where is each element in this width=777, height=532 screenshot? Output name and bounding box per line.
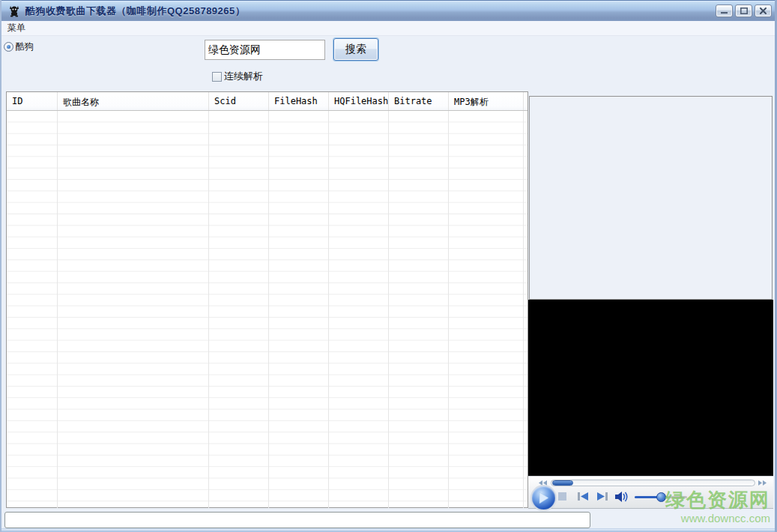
minimize-button[interactable] xyxy=(716,4,733,17)
column-header-bitrate[interactable]: Bitrate xyxy=(389,92,449,110)
volume-slider[interactable] xyxy=(635,496,687,498)
column-header-songname[interactable]: 歌曲名称 xyxy=(58,92,209,110)
maximize-icon xyxy=(740,7,748,14)
column-header-filehash[interactable]: FileHash xyxy=(269,92,329,110)
close-icon xyxy=(760,7,767,14)
continuous-parse-checkbox[interactable]: 连续解析 xyxy=(212,70,263,83)
column-header-id[interactable]: ID xyxy=(7,92,58,110)
media-controls-bar xyxy=(528,476,773,509)
fast-forward-icon[interactable] xyxy=(758,480,767,486)
next-button[interactable] xyxy=(597,492,608,501)
checkbox-unchecked-icon xyxy=(212,72,222,82)
close-button[interactable] xyxy=(755,4,772,17)
column-header-hqfilehash[interactable]: HQFileHash xyxy=(329,92,389,110)
stop-button[interactable] xyxy=(558,492,566,501)
play-icon xyxy=(539,492,548,504)
search-input[interactable] xyxy=(205,40,325,60)
media-region xyxy=(528,96,773,509)
volume-thumb[interactable] xyxy=(656,492,666,502)
search-button[interactable]: 搜索 xyxy=(333,38,378,61)
content-area: 酷狗 搜索 连续解析 ID 歌曲名称 Scid FileHash HQFileH… xyxy=(1,36,775,528)
source-radio-kugou[interactable]: 酷狗 xyxy=(4,40,34,53)
radio-selected-icon xyxy=(4,42,13,52)
seek-handle[interactable] xyxy=(552,480,573,486)
transport-buttons xyxy=(528,486,773,510)
window-title: 酷狗收费歌曲下载器（咖啡制作QQ258789265） xyxy=(25,4,245,18)
menubar: 菜单 xyxy=(1,21,775,36)
volume-icon[interactable] xyxy=(615,491,630,503)
seek-bar[interactable] xyxy=(551,480,755,486)
app-window: 酷狗收费歌曲下载器（咖啡制作QQ258789265） 菜单 酷狗 搜索 xyxy=(0,0,777,532)
table-body[interactable] xyxy=(7,111,527,508)
radio-label: 酷狗 xyxy=(16,40,34,53)
column-header-scid[interactable]: Scid xyxy=(209,92,269,110)
column-dividers xyxy=(7,111,527,508)
table-header-row: ID 歌曲名称 Scid FileHash HQFileHash Bitrate… xyxy=(7,92,527,111)
menu-item-menu[interactable]: 菜单 xyxy=(1,20,31,36)
status-input[interactable] xyxy=(4,512,590,528)
window-controls xyxy=(716,4,772,17)
checkbox-label: 连续解析 xyxy=(224,70,263,83)
maximize-button[interactable] xyxy=(735,4,752,17)
previous-button[interactable] xyxy=(578,492,588,501)
play-button[interactable] xyxy=(532,486,555,510)
media-info-panel xyxy=(529,96,773,300)
watermark-site-url: www.downcc.com xyxy=(665,512,770,525)
app-icon xyxy=(7,4,21,18)
window-border-bottom xyxy=(1,528,775,532)
column-header-mp3parse[interactable]: MP3解析 xyxy=(449,92,524,110)
rewind-icon[interactable] xyxy=(539,480,548,486)
video-area xyxy=(528,300,773,476)
titlebar: 酷狗收费歌曲下载器（咖啡制作QQ258789265） xyxy=(1,0,775,21)
results-table: ID 歌曲名称 Scid FileHash HQFileHash Bitrate… xyxy=(6,91,528,508)
minimize-icon xyxy=(721,7,728,14)
